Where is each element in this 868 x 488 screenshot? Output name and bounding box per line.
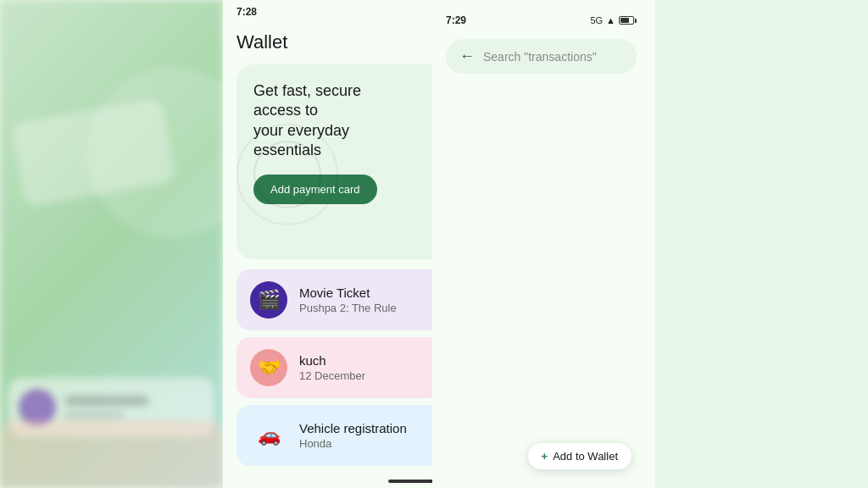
add-to-wallet-label: Add to Wallet: [553, 450, 618, 463]
right-signal: 5G: [590, 15, 603, 25]
right-panel: 7:29 5G ▲ ← Search "transactions": [432, 0, 650, 488]
back-arrow-icon[interactable]: ←: [459, 47, 475, 65]
right-status-icons: 5G ▲: [590, 15, 637, 25]
right-battery-icon: [619, 16, 637, 25]
kuch-icon: 🤝: [250, 349, 287, 386]
status-time-left: 7:28: [236, 6, 257, 18]
right-status-bar: 7:29 5G ▲: [446, 8, 637, 32]
vehicle-icon: 🚗: [250, 417, 287, 454]
plus-icon: +: [542, 450, 548, 463]
app-title: Wallet: [236, 31, 287, 53]
search-bar[interactable]: ← Search "transactions": [446, 39, 637, 74]
right-status-time: 7:29: [446, 14, 466, 26]
movie-ticket-icon: 🎬: [250, 281, 287, 319]
left-background: [0, 0, 223, 488]
add-to-wallet-tooltip[interactable]: + Add to Wallet: [528, 443, 632, 469]
search-placeholder: Search "transactions": [483, 50, 597, 64]
right-signal-bars: ▲: [606, 15, 615, 25]
